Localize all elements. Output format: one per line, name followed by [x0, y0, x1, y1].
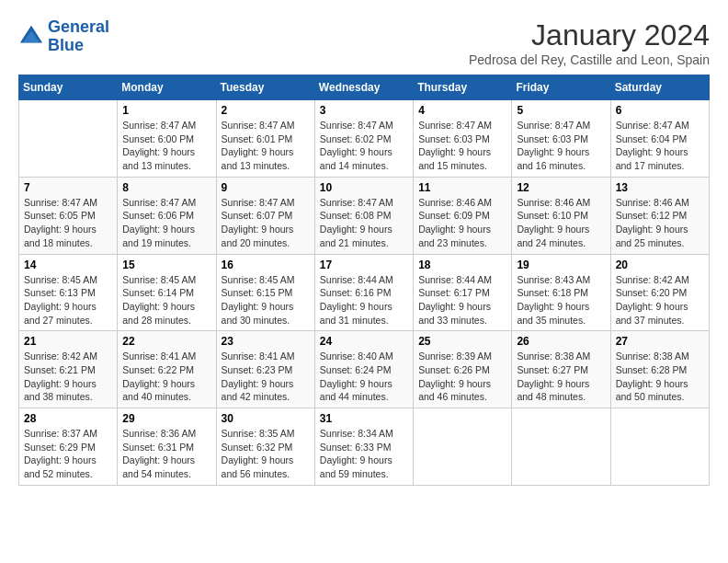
day-info: Sunrise: 8:47 AM Sunset: 6:02 PM Dayligh…: [320, 119, 408, 173]
calendar-cell: 22Sunrise: 8:41 AM Sunset: 6:22 PM Dayli…: [118, 331, 216, 408]
calendar-cell: 3Sunrise: 8:47 AM Sunset: 6:02 PM Daylig…: [314, 100, 413, 178]
day-number: 10: [320, 181, 408, 194]
day-info: Sunrise: 8:40 AM Sunset: 6:24 PM Dayligh…: [320, 350, 408, 404]
calendar-cell: 21Sunrise: 8:42 AM Sunset: 6:21 PM Dayli…: [19, 331, 118, 408]
day-number: 15: [122, 259, 210, 271]
day-info: Sunrise: 8:41 AM Sunset: 6:22 PM Dayligh…: [122, 350, 210, 404]
day-number: 18: [418, 259, 506, 271]
col-header-friday: Friday: [512, 75, 610, 100]
day-number: 16: [222, 259, 310, 271]
header-row: SundayMondayTuesdayWednesdayThursdayFrid…: [19, 75, 710, 100]
col-header-monday: Monday: [118, 75, 216, 100]
calendar-cell: [19, 100, 118, 178]
col-header-tuesday: Tuesday: [216, 75, 314, 100]
day-info: Sunrise: 8:42 AM Sunset: 6:21 PM Dayligh…: [24, 350, 112, 404]
logo-icon: [18, 24, 44, 50]
day-number: 19: [517, 259, 605, 271]
day-info: Sunrise: 8:34 AM Sunset: 6:33 PM Dayligh…: [320, 427, 408, 481]
calendar-cell: 5Sunrise: 8:47 AM Sunset: 6:03 PM Daylig…: [512, 100, 610, 178]
calendar-cell: 10Sunrise: 8:47 AM Sunset: 6:08 PM Dayli…: [314, 177, 413, 254]
calendar-cell: 17Sunrise: 8:44 AM Sunset: 6:16 PM Dayli…: [314, 254, 413, 331]
day-number: 27: [616, 335, 704, 348]
calendar-cell: 14Sunrise: 8:45 AM Sunset: 6:13 PM Dayli…: [19, 254, 118, 331]
day-info: Sunrise: 8:47 AM Sunset: 6:04 PM Dayligh…: [616, 119, 704, 173]
calendar-cell: 24Sunrise: 8:40 AM Sunset: 6:24 PM Dayli…: [314, 331, 413, 408]
day-number: 30: [222, 412, 310, 425]
calendar-table: SundayMondayTuesdayWednesdayThursdayFrid…: [18, 75, 710, 486]
day-number: 25: [418, 335, 506, 348]
day-info: Sunrise: 8:39 AM Sunset: 6:26 PM Dayligh…: [418, 350, 506, 404]
day-info: Sunrise: 8:38 AM Sunset: 6:27 PM Dayligh…: [517, 350, 605, 404]
calendar-cell: 30Sunrise: 8:35 AM Sunset: 6:32 PM Dayli…: [216, 408, 314, 486]
calendar-cell: 6Sunrise: 8:47 AM Sunset: 6:04 PM Daylig…: [610, 100, 709, 178]
day-number: 12: [517, 181, 605, 194]
day-info: Sunrise: 8:47 AM Sunset: 6:05 PM Dayligh…: [24, 196, 112, 250]
day-info: Sunrise: 8:46 AM Sunset: 6:09 PM Dayligh…: [418, 196, 506, 250]
day-number: 29: [122, 412, 210, 425]
week-row: 7Sunrise: 8:47 AM Sunset: 6:05 PM Daylig…: [19, 177, 710, 254]
logo-line1: General: [48, 17, 109, 36]
location: Pedrosa del Rey, Castille and Leon, Spai…: [469, 52, 710, 67]
day-number: 28: [24, 412, 112, 425]
week-row: 1Sunrise: 8:47 AM Sunset: 6:00 PM Daylig…: [19, 100, 710, 178]
col-header-sunday: Sunday: [19, 75, 118, 100]
calendar-cell: 26Sunrise: 8:38 AM Sunset: 6:27 PM Dayli…: [512, 331, 610, 408]
calendar-cell: 23Sunrise: 8:41 AM Sunset: 6:23 PM Dayli…: [216, 331, 314, 408]
calendar-cell: [414, 408, 512, 486]
day-number: 17: [320, 259, 408, 271]
day-info: Sunrise: 8:38 AM Sunset: 6:28 PM Dayligh…: [616, 350, 704, 404]
calendar-cell: 28Sunrise: 8:37 AM Sunset: 6:29 PM Dayli…: [19, 408, 118, 486]
day-info: Sunrise: 8:46 AM Sunset: 6:12 PM Dayligh…: [616, 196, 704, 250]
logo: General Blue: [18, 18, 109, 55]
day-info: Sunrise: 8:47 AM Sunset: 6:00 PM Dayligh…: [122, 119, 210, 173]
day-number: 1: [122, 104, 210, 117]
day-info: Sunrise: 8:43 AM Sunset: 6:18 PM Dayligh…: [517, 273, 605, 327]
day-number: 3: [320, 104, 408, 117]
month-title: January 2024: [469, 18, 710, 52]
day-info: Sunrise: 8:45 AM Sunset: 6:14 PM Dayligh…: [122, 273, 210, 327]
day-number: 26: [517, 335, 605, 348]
logo-text: General Blue: [48, 18, 109, 55]
title-area: January 2024 Pedrosa del Rey, Castille a…: [469, 18, 710, 67]
page-header: General Blue January 2024 Pedrosa del Re…: [18, 18, 710, 67]
week-row: 14Sunrise: 8:45 AM Sunset: 6:13 PM Dayli…: [19, 254, 710, 331]
calendar-cell: 19Sunrise: 8:43 AM Sunset: 6:18 PM Dayli…: [512, 254, 610, 331]
calendar-cell: 29Sunrise: 8:36 AM Sunset: 6:31 PM Dayli…: [118, 408, 216, 486]
week-row: 21Sunrise: 8:42 AM Sunset: 6:21 PM Dayli…: [19, 331, 710, 408]
day-info: Sunrise: 8:36 AM Sunset: 6:31 PM Dayligh…: [122, 427, 210, 481]
day-info: Sunrise: 8:41 AM Sunset: 6:23 PM Dayligh…: [222, 350, 310, 404]
calendar-cell: 2Sunrise: 8:47 AM Sunset: 6:01 PM Daylig…: [216, 100, 314, 178]
day-info: Sunrise: 8:47 AM Sunset: 6:03 PM Dayligh…: [517, 119, 605, 173]
calendar-cell: 16Sunrise: 8:45 AM Sunset: 6:15 PM Dayli…: [216, 254, 314, 331]
calendar-cell: 20Sunrise: 8:42 AM Sunset: 6:20 PM Dayli…: [610, 254, 709, 331]
day-info: Sunrise: 8:47 AM Sunset: 6:03 PM Dayligh…: [418, 119, 506, 173]
day-info: Sunrise: 8:47 AM Sunset: 6:01 PM Dayligh…: [222, 119, 310, 173]
day-number: 7: [24, 181, 112, 194]
calendar-cell: 11Sunrise: 8:46 AM Sunset: 6:09 PM Dayli…: [414, 177, 512, 254]
calendar-cell: [512, 408, 610, 486]
day-info: Sunrise: 8:35 AM Sunset: 6:32 PM Dayligh…: [222, 427, 310, 481]
day-number: 9: [222, 181, 310, 194]
calendar-cell: 1Sunrise: 8:47 AM Sunset: 6:00 PM Daylig…: [118, 100, 216, 178]
calendar-cell: 8Sunrise: 8:47 AM Sunset: 6:06 PM Daylig…: [118, 177, 216, 254]
day-number: 2: [222, 104, 310, 117]
day-number: 13: [616, 181, 704, 194]
col-header-wednesday: Wednesday: [314, 75, 413, 100]
calendar-cell: 7Sunrise: 8:47 AM Sunset: 6:05 PM Daylig…: [19, 177, 118, 254]
calendar-cell: 25Sunrise: 8:39 AM Sunset: 6:26 PM Dayli…: [414, 331, 512, 408]
day-number: 22: [122, 335, 210, 348]
day-number: 23: [222, 335, 310, 348]
calendar-cell: [610, 408, 709, 486]
calendar-cell: 18Sunrise: 8:44 AM Sunset: 6:17 PM Dayli…: [414, 254, 512, 331]
day-info: Sunrise: 8:37 AM Sunset: 6:29 PM Dayligh…: [24, 427, 112, 481]
calendar-cell: 27Sunrise: 8:38 AM Sunset: 6:28 PM Dayli…: [610, 331, 709, 408]
calendar-cell: 9Sunrise: 8:47 AM Sunset: 6:07 PM Daylig…: [216, 177, 314, 254]
day-number: 20: [616, 259, 704, 271]
day-number: 8: [122, 181, 210, 194]
col-header-thursday: Thursday: [414, 75, 512, 100]
day-number: 6: [616, 104, 704, 117]
day-info: Sunrise: 8:45 AM Sunset: 6:13 PM Dayligh…: [24, 273, 112, 327]
calendar-cell: 13Sunrise: 8:46 AM Sunset: 6:12 PM Dayli…: [610, 177, 709, 254]
day-number: 21: [24, 335, 112, 348]
day-info: Sunrise: 8:45 AM Sunset: 6:15 PM Dayligh…: [222, 273, 310, 327]
